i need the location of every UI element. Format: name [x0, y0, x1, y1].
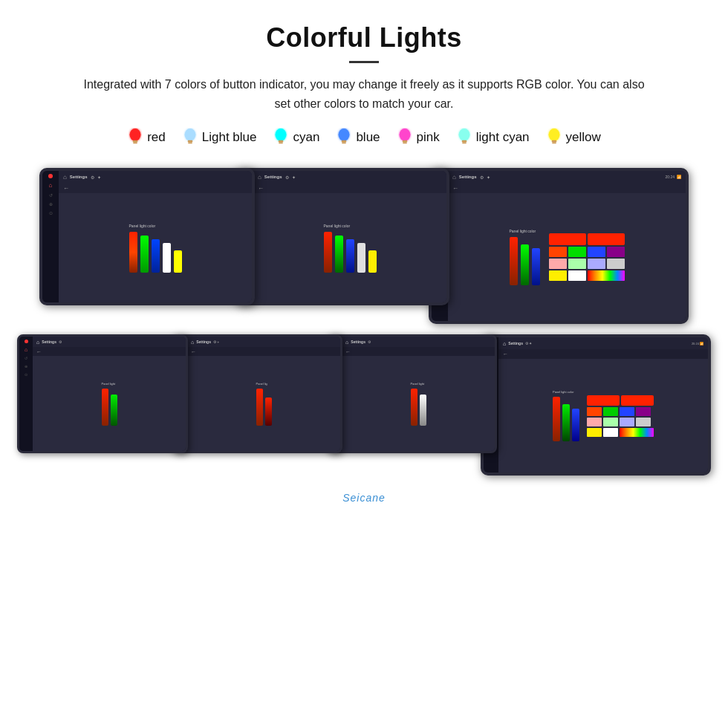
bar-red-4 — [102, 389, 108, 426]
svg-rect-1 — [133, 140, 138, 143]
topbar-settings-6: Settings — [351, 340, 365, 344]
p7-red — [587, 395, 620, 406]
bar-blue-1 — [152, 239, 160, 273]
topbar-home-7: ⌂ — [503, 341, 506, 346]
palette-row-2 — [549, 247, 625, 257]
panel-label-6: Panel light — [411, 382, 426, 386]
topbar-home-1: ⌂ — [63, 174, 67, 181]
p7-orange — [587, 407, 602, 416]
sidebar-icon-3: ⊕ — [49, 201, 53, 207]
bar-white-1 — [163, 243, 171, 273]
topbar-icon-2: ✦ — [97, 175, 101, 180]
palette-row-71 — [587, 395, 654, 406]
color-label-lightblue: Light blue — [202, 130, 257, 145]
p-gray — [607, 259, 625, 269]
car-screen-5: ⌂ ↺ ⊕ ⊙ ⌂ Settings ⚙ + ← — [172, 334, 342, 453]
screen-content-6: Panel light — [342, 356, 495, 451]
color-bars-7 — [553, 397, 579, 441]
bulb-icon-pink — [397, 128, 413, 147]
sidebar-dot-red — [48, 174, 53, 178]
svg-point-0 — [130, 129, 141, 141]
screen-navrow-2: ← — [253, 183, 446, 193]
back-arrow-7: ← — [503, 351, 508, 357]
p-lightred — [549, 259, 567, 269]
screen-main-7: ⌂ Settings ⚙ ✦ 20:24 📶 ← Panel light col… — [498, 337, 708, 473]
sidebar-icon-1: ⌂ — [49, 182, 53, 189]
svg-rect-20 — [552, 143, 556, 144]
topbar-settings-4: Settings — [42, 340, 56, 344]
car-screen-1: ⌂ ↺ ⊕ ⊙ ⌂ Settings ⚙ ✦ ← — [39, 168, 255, 305]
bulb-icon-yellow — [546, 128, 562, 147]
screen-content-4: Panel light — [33, 356, 186, 451]
screen-7: ⌂ ↺ ⊕ ⊙ ⌂ Settings ⚙ ✦ 20:24 📶 ← — [481, 334, 711, 476]
bar-blue-3 — [532, 248, 540, 285]
panel-label-7: Panel light color — [553, 390, 579, 394]
car-screen-3: ⌂ ↺ ⊕ ⊙ ⌂ Settings ⚙ ✦ 20:24 — [429, 168, 689, 324]
screen-main-1: ⌂ Settings ⚙ ✦ ← Panel light color — [59, 171, 252, 302]
bar-green-4 — [111, 395, 117, 426]
panel-section-5: Panel lig — [256, 382, 272, 426]
page-container: Colorful Lights Integrated with 7 colors… — [0, 0, 728, 522]
panel-label-2: Panel light color — [324, 224, 351, 228]
bar-blue-2 — [346, 239, 354, 273]
topbar-time-3: 20:24 — [665, 175, 675, 179]
topbar-home-2: ⌂ — [258, 174, 261, 181]
p7-purple — [636, 407, 651, 416]
screen-navrow-5: ← — [187, 347, 340, 356]
topbar-icon-71: ⚙ ✦ — [525, 341, 532, 345]
bulb-icon-red — [127, 128, 143, 147]
bar-blue-7 — [572, 409, 579, 441]
topbar-status-7: 20:24 📶 — [692, 342, 703, 345]
p7-red2 — [621, 395, 654, 406]
p7-lightgreen — [603, 418, 618, 426]
p7-lightred — [587, 418, 602, 426]
screen-topbar-1: ⌂ Settings ⚙ ✦ — [59, 171, 252, 183]
p-blue — [588, 247, 605, 257]
sidebar-dot-4 — [25, 340, 28, 343]
screen-topbar-7: ⌂ Settings ⚙ ✦ 20:24 📶 — [498, 337, 708, 349]
back-arrow-5: ← — [191, 349, 196, 354]
svg-rect-2 — [133, 143, 137, 144]
bar-yellow-1 — [174, 250, 182, 273]
topbar-home-6: ⌂ — [345, 340, 348, 345]
sidebar-icon-4: ⊙ — [49, 210, 53, 215]
topbar-icon-61: ⚙ — [368, 340, 371, 344]
color-bars-1 — [129, 232, 182, 273]
screen-main-4: ⌂ Settings ⚙ ← Panel light — [33, 337, 186, 451]
svg-rect-19 — [551, 140, 556, 143]
back-arrow-3: ← — [452, 185, 458, 192]
sidebar-icon-41: ⌂ — [25, 347, 27, 352]
bar-green-7 — [562, 404, 570, 441]
svg-point-9 — [339, 129, 350, 141]
color-label-yellow: yellow — [566, 130, 601, 145]
p-rainbow — [588, 270, 625, 281]
svg-rect-5 — [188, 143, 192, 144]
panel-section-1: Panel light color — [129, 224, 182, 273]
color-item-lightblue: Light blue — [182, 128, 257, 147]
screen-topbar-2: ⌂ Settings ⚙ ✦ — [253, 171, 446, 183]
screen-content-7: Panel light color — [498, 359, 708, 473]
color-label-cyan: cyan — [293, 130, 319, 145]
palette-row-74 — [587, 428, 654, 437]
color-label-lightcyan: light cyan — [476, 130, 530, 145]
color-bars-4 — [102, 389, 117, 426]
screen-navrow-6: ← — [342, 347, 495, 356]
p7-blue — [620, 407, 634, 416]
bar-green-3 — [521, 244, 529, 285]
svg-point-18 — [548, 129, 559, 141]
p7-yellow — [587, 428, 602, 437]
panel-label-5: Panel lig — [256, 382, 272, 386]
p-green — [568, 247, 586, 257]
svg-rect-8 — [279, 143, 284, 144]
car-screen-7: ⌂ ↺ ⊕ ⊙ ⌂ Settings ⚙ ✦ 20:24 📶 ← — [481, 334, 711, 476]
title-divider — [349, 61, 379, 63]
p7-gray — [636, 418, 651, 426]
screen-4: ⌂ ↺ ⊕ ⊙ ⌂ Settings ⚙ ← — [17, 334, 188, 476]
bar-green-1 — [140, 236, 149, 273]
screen-main-2: ⌂ Settings ⚙ ✦ ← Panel light color — [253, 171, 446, 302]
car-screen-4: ⌂ ↺ ⊕ ⊙ ⌂ Settings ⚙ ← — [17, 334, 188, 453]
color-item-pink: pink — [397, 128, 440, 147]
sidebar-icon-43: ⊕ — [25, 364, 27, 369]
panel-label-4: Panel light — [102, 382, 117, 386]
p-purple — [607, 247, 625, 257]
